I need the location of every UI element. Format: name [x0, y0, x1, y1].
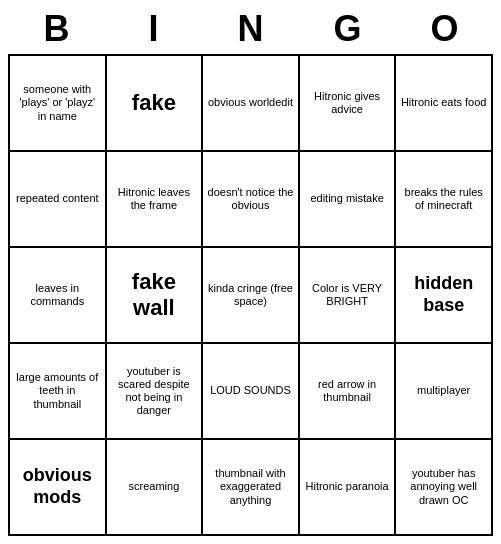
letter-o: O [401, 8, 489, 50]
bingo-cell-2[interactable]: obvious worldedit [203, 56, 300, 152]
bingo-cell-19[interactable]: multiplayer [396, 344, 493, 440]
bingo-title: B I N G O [8, 8, 493, 50]
bingo-cell-11[interactable]: fake wall [107, 248, 204, 344]
bingo-cell-0[interactable]: someone with 'plays' or 'playz' in name [10, 56, 107, 152]
letter-n: N [207, 8, 295, 50]
bingo-cell-1[interactable]: fake [107, 56, 204, 152]
bingo-cell-3[interactable]: Hitronic gives advice [300, 56, 397, 152]
letter-i: I [110, 8, 198, 50]
bingo-cell-9[interactable]: breaks the rules of minecraft [396, 152, 493, 248]
letter-b: B [13, 8, 101, 50]
bingo-cell-14[interactable]: hidden base [396, 248, 493, 344]
bingo-cell-8[interactable]: editing mistake [300, 152, 397, 248]
bingo-cell-24[interactable]: youtuber has annoying well drawn OC [396, 440, 493, 536]
bingo-cell-15[interactable]: large amounts of teeth in thumbnail [10, 344, 107, 440]
letter-g: G [304, 8, 392, 50]
bingo-cell-21[interactable]: screaming [107, 440, 204, 536]
bingo-cell-12[interactable]: kinda cringe (free space) [203, 248, 300, 344]
bingo-cell-4[interactable]: Hitronic eats food [396, 56, 493, 152]
bingo-cell-6[interactable]: Hitronic leaves the frame [107, 152, 204, 248]
bingo-cell-16[interactable]: youtuber is scared despite not being in … [107, 344, 204, 440]
bingo-cell-20[interactable]: obvious mods [10, 440, 107, 536]
bingo-cell-18[interactable]: red arrow in thumbnail [300, 344, 397, 440]
bingo-cell-13[interactable]: Color is VERY BRIGHT [300, 248, 397, 344]
bingo-cell-17[interactable]: LOUD SOUNDS [203, 344, 300, 440]
bingo-cell-10[interactable]: leaves in commands [10, 248, 107, 344]
bingo-grid: someone with 'plays' or 'playz' in namef… [8, 54, 493, 536]
bingo-cell-23[interactable]: Hitronic paranoia [300, 440, 397, 536]
bingo-cell-7[interactable]: doesn't notice the obvious [203, 152, 300, 248]
bingo-cell-22[interactable]: thumbnail with exaggerated anything [203, 440, 300, 536]
bingo-cell-5[interactable]: repeated content [10, 152, 107, 248]
